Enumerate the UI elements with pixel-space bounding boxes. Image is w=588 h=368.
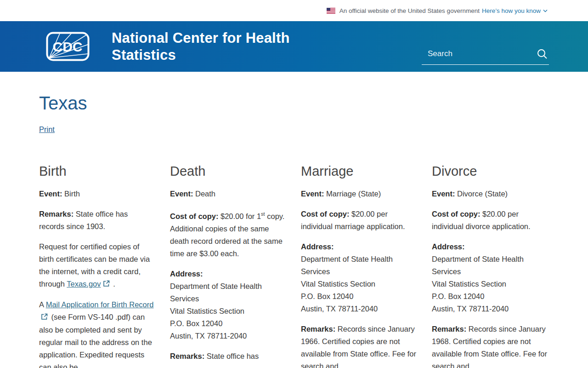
search-box — [422, 48, 549, 65]
field-label: Address: — [301, 242, 334, 251]
site-title: National Center for Health Statistics — [112, 29, 328, 63]
print-link[interactable]: Print — [39, 125, 55, 134]
field-label: Cost of copy: — [170, 212, 218, 220]
record-column: MarriageEvent: Marriage (State)Cost of c… — [301, 162, 416, 368]
record-heading: Death — [170, 162, 285, 180]
cdc-logo[interactable]: CDC — [46, 32, 90, 61]
record-heading: Divorce — [432, 162, 547, 180]
field-label: Remarks: — [170, 352, 204, 360]
field-label: Event: — [170, 190, 193, 198]
heres-how-you-know-link[interactable]: Here’s how you know — [482, 7, 548, 14]
field-label: Remarks: — [432, 325, 466, 333]
field-label: Remarks: — [301, 325, 335, 333]
record-paragraph: Event: Birth — [39, 188, 154, 200]
inline-link[interactable]: Mail Application for Birth Record — [46, 300, 154, 309]
field-label: Event: — [432, 190, 455, 198]
record-heading: Marriage — [301, 162, 416, 180]
gov-banner: An official website of the United States… — [0, 0, 588, 21]
record-column: DivorceEvent: Divorce (State)Cost of cop… — [432, 162, 547, 368]
field-label: Address: — [170, 270, 203, 278]
cdc-logo-text: CDC — [53, 39, 83, 54]
chevron-down-icon — [543, 9, 548, 12]
record-paragraph: A Mail Application for Birth Record (see… — [39, 299, 154, 368]
field-label: Cost of copy: — [432, 210, 480, 218]
record-paragraph: Cost of copy: $20.00 per individual marr… — [301, 208, 416, 233]
site-header: CDC National Center for Health Statistic… — [0, 21, 588, 72]
record-paragraph: Address:Department of State Health Servi… — [301, 241, 416, 315]
record-paragraph: Request for certified copies of birth ce… — [39, 241, 154, 291]
main-content: Texas Print BirthEvent: BirthRemarks: St… — [0, 92, 588, 368]
record-paragraph: Remarks: Records since January 1966. Cer… — [301, 323, 416, 368]
record-heading: Birth — [39, 162, 154, 180]
record-column: BirthEvent: BirthRemarks: State office h… — [39, 162, 154, 368]
field-label: Cost of copy: — [301, 210, 349, 218]
record-paragraph: Remarks: State office has records since … — [39, 208, 154, 233]
record-paragraph: Event: Death — [170, 188, 285, 200]
search-input[interactable] — [422, 49, 535, 58]
field-label: Remarks: — [39, 210, 74, 218]
record-paragraph: Event: Marriage (State) — [301, 188, 416, 200]
record-paragraph: Remarks: State office has — [170, 350, 285, 362]
record-paragraph: Event: Divorce (State) — [432, 188, 547, 200]
record-paragraph: Address:Department of State Health Servi… — [170, 268, 285, 342]
us-flag-icon — [327, 8, 335, 14]
records-grid: BirthEvent: BirthRemarks: State office h… — [39, 162, 549, 368]
record-paragraph: Address:Department of State Health Servi… — [432, 241, 547, 315]
gov-banner-text: An official website of the United States… — [339, 7, 480, 14]
page-title: Texas — [39, 92, 549, 114]
search-button[interactable] — [535, 48, 549, 60]
field-label: Address: — [432, 242, 465, 251]
field-label: Event: — [301, 190, 324, 198]
record-paragraph: Remarks: Records since January 1968. Cer… — [432, 323, 547, 368]
external-link-icon — [103, 278, 110, 291]
superscript: st — [261, 211, 265, 217]
search-icon — [536, 48, 548, 60]
record-paragraph: Cost of copy: $20.00 per individual divo… — [432, 208, 547, 233]
field-label: Event: — [39, 190, 62, 198]
external-link-icon — [41, 311, 48, 324]
record-column: DeathEvent: DeathCost of copy: $20.00 fo… — [170, 162, 285, 368]
inline-link[interactable]: Texas.gov — [67, 280, 101, 288]
record-paragraph: Cost of copy: $20.00 for 1st copy. Addit… — [170, 208, 285, 260]
